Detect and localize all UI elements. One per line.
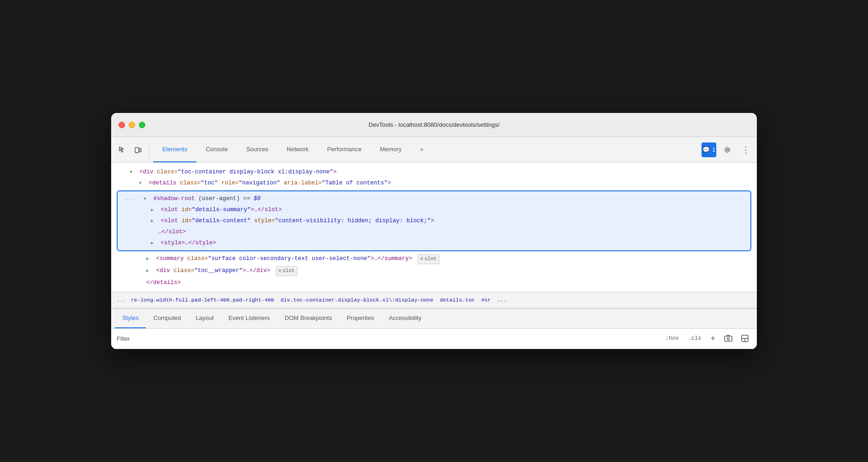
triangle-icon: [143, 195, 149, 203]
slot-badge-summary[interactable]: ⊞ slot: [417, 254, 439, 264]
dom-line-summary[interactable]: <summary class="surface color-secondary-…: [111, 253, 757, 265]
tab-console[interactable]: Console: [196, 137, 237, 162]
screenshot-button[interactable]: [722, 332, 735, 345]
dom-line-details-close: </details>: [111, 277, 757, 288]
tab-elements[interactable]: Elements: [153, 137, 196, 162]
tab-sources[interactable]: Sources: [237, 137, 278, 162]
slot-cursor-icon-2: ⊞: [279, 267, 281, 275]
breadcrumb-item-details-toc[interactable]: details.toc: [438, 296, 477, 304]
device-toolbar-button[interactable]: [131, 142, 145, 157]
chat-badge-count: 1: [712, 146, 715, 153]
breadcrumb-item-shadow[interactable]: #sr: [479, 296, 493, 304]
breadcrumb-item-more[interactable]: ...: [495, 296, 509, 304]
shadow-root-block: ... #shadow-root (user-agent) == $0 <slo…: [117, 190, 751, 251]
breadcrumb-item-re-long[interactable]: re-long.width-full.pad-left-400.pad-righ…: [129, 296, 276, 304]
dom-line-div-toc-container[interactable]: <div class="toc-container display-block …: [111, 166, 757, 178]
window-title: DevTools - localhost:8080/docs/devtools/…: [369, 121, 499, 128]
maximize-button[interactable]: [139, 122, 145, 128]
triangle-icon: [151, 240, 156, 247]
traffic-lights: [119, 122, 145, 128]
svg-point-2: [726, 148, 729, 151]
shadow-root-header-line[interactable]: ... #shadow-root (user-agent) == $0: [118, 193, 750, 204]
bottom-tab-dom-breakpoints[interactable]: DOM Breakpoints: [277, 309, 339, 328]
dom-line-slot-summary[interactable]: <slot id="details-summary">…</slot>: [118, 204, 750, 215]
svg-rect-0: [135, 148, 139, 153]
dom-line-toc-wrapper[interactable]: <div class="toc__wrapper">…</div> ⊞ slot: [111, 265, 757, 277]
tab-network[interactable]: Network: [278, 137, 318, 162]
tab-more[interactable]: »: [411, 137, 433, 162]
dom-line-style[interactable]: <style>…</style>: [118, 237, 750, 249]
triangle-icon: [151, 218, 156, 225]
bottom-tab-computed[interactable]: Computed: [146, 309, 188, 328]
devtools-window: DevTools - localhost:8080/docs/devtools/…: [111, 113, 757, 349]
dom-tree: <div class="toc-container display-block …: [111, 163, 757, 292]
toolbar-icon-group: [115, 142, 149, 157]
triangle-icon: [130, 169, 135, 176]
svg-point-4: [727, 338, 730, 340]
hov-button[interactable]: :hov: [663, 334, 682, 343]
toolbar-right: 💬 1 ⋮: [702, 142, 753, 157]
panel-layout-button[interactable]: [738, 332, 751, 345]
more-options-button[interactable]: ⋮: [738, 142, 753, 157]
bottom-tab-styles[interactable]: Styles: [115, 309, 146, 328]
elements-panel: <div class="toc-container display-block …: [111, 163, 757, 292]
breadcrumb-ellipsis: ...: [117, 297, 126, 303]
bottom-tab-layout[interactable]: Layout: [188, 309, 221, 328]
titlebar: DevTools - localhost:8080/docs/devtools/…: [111, 113, 757, 137]
filter-input[interactable]: [134, 335, 657, 342]
filter-input-wrapper: Filter: [117, 335, 657, 342]
main-tab-list: Elements Console Sources Network Perform…: [153, 137, 433, 162]
triangle-icon: [146, 255, 152, 263]
bottom-tab-bar: Styles Computed Layout Event Listeners D…: [111, 308, 757, 329]
breadcrumb-item-div-toc[interactable]: div.toc-container.display-block.xl\:disp…: [279, 296, 435, 304]
triangle-icon: [146, 267, 152, 275]
chat-button[interactable]: 💬 1: [702, 142, 716, 157]
dom-line-slot-content-end: …</slot>: [118, 226, 750, 237]
minimize-button[interactable]: [129, 122, 135, 128]
svg-rect-3: [725, 336, 732, 341]
triangle-icon: [151, 207, 156, 214]
triangle-icon: [139, 180, 144, 187]
dom-line-slot-content[interactable]: <slot id="details-content" style="conten…: [118, 215, 750, 226]
svg-rect-1: [139, 148, 141, 152]
styles-actions: :hov .cls +: [663, 332, 751, 345]
slot-cursor-icon: ⊞: [420, 255, 423, 263]
styles-filter-bar: Filter :hov .cls +: [111, 329, 757, 349]
slot-badge-wrapper[interactable]: ⊞ slot: [276, 266, 297, 276]
filter-label: Filter: [117, 335, 130, 342]
devtools-toolbar: Elements Console Sources Network Perform…: [111, 137, 757, 163]
chat-icon: 💬: [702, 146, 710, 153]
bottom-tab-properties[interactable]: Properties: [339, 309, 381, 328]
bottom-tab-event-listeners[interactable]: Event Listeners: [221, 309, 277, 328]
inspect-element-button[interactable]: [115, 142, 130, 157]
cls-button[interactable]: .cls: [685, 334, 704, 343]
tab-performance[interactable]: Performance: [318, 137, 370, 162]
bottom-tab-accessibility[interactable]: Accessibility: [381, 309, 429, 328]
dom-line-details-toc[interactable]: <details class="toc" role="navigation" a…: [111, 178, 757, 189]
tab-memory[interactable]: Memory: [371, 137, 411, 162]
ellipsis-marker: ...: [125, 195, 134, 203]
close-button[interactable]: [119, 122, 125, 128]
breadcrumb-bar: ... re-long.width-full.pad-left-400.pad-…: [111, 292, 757, 308]
add-style-button[interactable]: +: [707, 332, 718, 345]
settings-button[interactable]: [720, 142, 735, 157]
